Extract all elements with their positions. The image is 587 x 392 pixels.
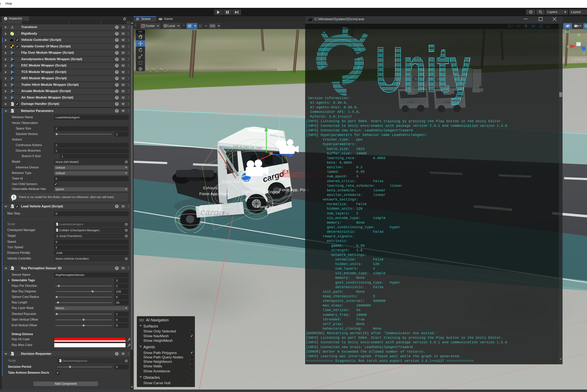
svg-text:#: # <box>12 352 13 355</box>
svg-text:#: # <box>56 224 57 225</box>
svg-text:#: # <box>12 267 13 269</box>
svg-text:#: # <box>12 110 13 112</box>
svg-text:#: # <box>12 103 13 106</box>
svg-text:z: z <box>583 50 585 55</box>
svg-text:#: # <box>56 229 57 231</box>
svg-text:cargo: cargo <box>200 207 225 218</box>
svg-text:#: # <box>12 205 13 207</box>
svg-text:#: # <box>60 360 61 362</box>
svg-text:Ex: Ex <box>222 210 230 217</box>
svg-text:Y: Y <box>190 26 191 28</box>
svg-text:x: x <box>567 44 569 49</box>
svg-text:Unity: Unity <box>375 34 471 106</box>
svg-text:y: y <box>578 32 580 37</box>
